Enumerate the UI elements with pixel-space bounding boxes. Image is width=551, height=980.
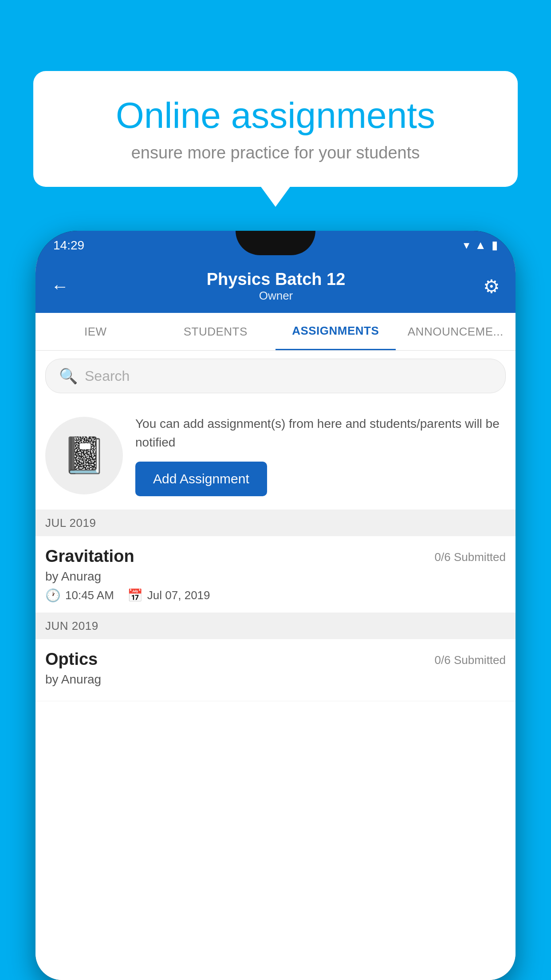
clock-icon: 🕐 [45,588,61,603]
tab-assignments[interactable]: ASSIGNMENTS [276,313,396,350]
assignment-row-top: Gravitation 0/6 Submitted [45,547,506,566]
assignment-meta: 🕐 10:45 AM 📅 Jul 07, 2019 [45,588,506,603]
app-header: ← Physics Batch 12 Owner ⚙ [35,260,516,313]
promo-text: You can add assignment(s) from here and … [135,415,506,452]
assignment-promo: 📓 You can add assignment(s) from here an… [35,401,516,510]
status-bar: 14:29 ▾ ▲ ▮ [35,231,516,260]
tab-announcements[interactable]: ANNOUNCEME... [396,313,516,350]
search-placeholder: Search [85,368,130,384]
settings-icon[interactable]: ⚙ [483,276,500,297]
phone-frame: 14:29 ▾ ▲ ▮ ← Physics Batch 12 Owner ⚙ I… [35,231,516,980]
signal-icon: ▲ [475,238,486,252]
meta-time: 🕐 10:45 AM [45,588,114,603]
month-separator-jun: JUN 2019 [35,613,516,639]
header-center: Physics Batch 12 Owner [207,270,346,303]
tab-students[interactable]: STUDENTS [156,313,276,350]
assignment-item-optics[interactable]: Optics 0/6 Submitted by Anurag [35,639,516,701]
wifi-icon: ▾ [464,238,469,252]
speech-bubble: Online assignments ensure more practice … [33,71,518,187]
assignment-name: Gravitation [45,547,134,566]
assignment-author: by Anurag [45,569,506,584]
assignment-time: 10:45 AM [65,589,114,602]
search-icon: 🔍 [59,367,78,385]
assignment-date: Jul 07, 2019 [147,589,210,602]
search-bar[interactable]: 🔍 Search [45,359,506,393]
header-subtitle: Owner [207,289,346,303]
promo-icon-circle: 📓 [45,417,123,494]
promo-right: You can add assignment(s) from here and … [135,415,506,496]
tabs-bar: IEW STUDENTS ASSIGNMENTS ANNOUNCEME... [35,313,516,351]
bubble-box: Online assignments ensure more practice … [33,71,518,187]
calendar-icon: 📅 [127,588,143,603]
phone-content: 🔍 Search 📓 You can add assignment(s) fro… [35,351,516,980]
search-container: 🔍 Search [35,351,516,401]
status-icons: ▾ ▲ ▮ [464,238,498,252]
assignment-submitted-optics: 0/6 Submitted [435,653,506,667]
phone-inner: ← Physics Batch 12 Owner ⚙ IEW STUDENTS … [35,260,516,980]
assignment-row-top-optics: Optics 0/6 Submitted [45,650,506,669]
assignment-submitted: 0/6 Submitted [435,550,506,564]
assignment-name-optics: Optics [45,650,98,669]
notch [236,231,315,255]
back-button[interactable]: ← [51,277,69,296]
bubble-title: Online assignments [62,95,489,135]
batch-title: Physics Batch 12 [207,270,346,289]
add-assignment-button[interactable]: Add Assignment [135,462,267,496]
bubble-subtitle: ensure more practice for your students [62,143,489,162]
meta-date: 📅 Jul 07, 2019 [127,588,210,603]
status-time: 14:29 [53,238,84,253]
tab-iew[interactable]: IEW [35,313,156,350]
month-separator-jul: JUL 2019 [35,510,516,536]
battery-icon: ▮ [492,238,498,252]
assignment-author-optics: by Anurag [45,672,506,687]
assignment-item-gravitation[interactable]: Gravitation 0/6 Submitted by Anurag 🕐 10… [35,536,516,613]
notebook-icon: 📓 [62,435,106,476]
